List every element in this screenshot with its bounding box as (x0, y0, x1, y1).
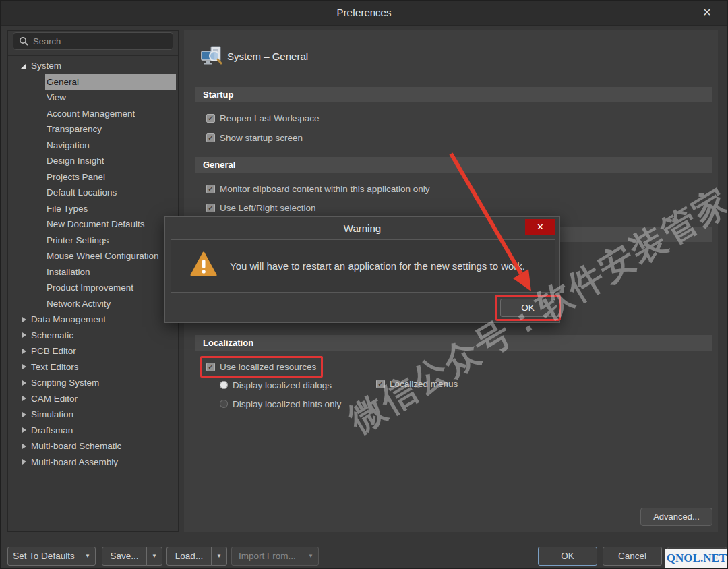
sidebar-item-account-management[interactable]: Account Management (45, 106, 178, 122)
sidebar-item-default-locations[interactable]: Default Locations (45, 185, 178, 201)
chevron-down-icon: ▼ (308, 553, 313, 559)
sidebar-item-text-editors[interactable]: Text Editors (8, 359, 178, 376)
sidebar-item-label: Data Management (31, 311, 106, 328)
sidebar-item-network-activity[interactable]: Network Activity (45, 296, 178, 312)
sidebar-item-label: Navigation (47, 138, 90, 154)
radio-unselected-icon[interactable] (220, 400, 228, 408)
set-to-defaults-dropdown[interactable]: ▼ (80, 547, 96, 566)
sidebar-item-file-types[interactable]: File Types (45, 201, 178, 217)
warning-close-button[interactable]: ✕ (525, 219, 555, 235)
warning-ok-button[interactable]: OK (500, 299, 555, 317)
checkbox-monitor-clipboard[interactable]: ✓ Monitor clipboard content within this … (206, 181, 429, 196)
save-button[interactable]: Save... (102, 547, 147, 566)
expand-icon[interactable] (20, 442, 28, 450)
preferences-window: Preferences ✕ SystemGeneralViewAccount M… (0, 0, 728, 569)
import-from-dropdown: ▼ (303, 547, 319, 566)
sidebar-item-label: File Types (47, 201, 88, 217)
radio-selected-icon[interactable] (220, 381, 228, 389)
expand-icon[interactable] (20, 411, 28, 419)
checkbox-reopen-last-workspace[interactable]: ✓ Reopen Last Workspace (206, 111, 320, 125)
expand-icon[interactable] (20, 458, 28, 466)
sidebar-item-multi-board-assembly[interactable]: Multi-board Assembly (8, 454, 178, 471)
sidebar-item-design-insight[interactable]: Design Insight (45, 153, 178, 169)
expand-icon[interactable] (20, 331, 28, 339)
sidebar-item-multi-board-schematic[interactable]: Multi-board Schematic (8, 438, 178, 454)
set-to-defaults-button[interactable]: Set To Defaults (7, 547, 80, 566)
sidebar-item-draftsman[interactable]: Draftsman (8, 423, 178, 439)
expand-icon[interactable] (20, 394, 28, 402)
checkbox-icon[interactable]: ✓ (376, 380, 385, 388)
load-button[interactable]: Load... (166, 547, 212, 566)
checkbox-label: Show startup screen (220, 133, 303, 143)
sidebar-item-new-document-defaults[interactable]: New Document Defaults (45, 216, 178, 233)
window-title: Preferences (1, 7, 727, 18)
expand-icon[interactable] (20, 426, 28, 434)
sidebar-item-general[interactable]: General (45, 74, 176, 90)
sidebar-item-installation[interactable]: Installation (45, 264, 178, 280)
annotation-highlight-localized-resources (200, 356, 323, 378)
sidebar-item-product-improvement[interactable]: Product Improvement (45, 280, 178, 296)
checkbox-icon[interactable]: ✓ (206, 185, 215, 193)
sidebar-item-label: System (31, 58, 61, 74)
warning-message-panel: You will have to restart an application … (171, 239, 555, 293)
expand-icon[interactable] (20, 363, 28, 371)
sidebar-item-label: Mouse Wheel Configuration (47, 248, 159, 264)
sidebar-item-simulation[interactable]: Simulation (8, 407, 178, 423)
expand-icon[interactable] (20, 347, 28, 355)
sidebar-item-label: Network Activity (47, 296, 111, 312)
checkbox-icon[interactable]: ✓ (206, 114, 215, 123)
checkbox-use-left-right-selection[interactable]: ✓ Use Left/Right selection (206, 200, 316, 215)
warning-dialog-title: Warning (165, 222, 559, 234)
sidebar-item-cam-editor[interactable]: CAM Editor (8, 391, 178, 407)
search-input[interactable] (33, 36, 154, 47)
sidebar-item-view[interactable]: View (45, 90, 178, 106)
sidebar-item-scripting-system[interactable]: Scripting System (8, 375, 178, 391)
sidebar-item-label: General (47, 74, 79, 90)
sidebar-item-schematic[interactable]: Schematic (8, 328, 178, 344)
checkbox-icon[interactable]: ✓ (206, 204, 215, 212)
expand-icon[interactable] (20, 379, 28, 387)
warning-message: You will have to restart an application … (230, 240, 525, 292)
sidebar-item-printer-settings[interactable]: Printer Settings (45, 233, 178, 249)
save-dropdown[interactable]: ▼ (146, 547, 162, 566)
ok-button[interactable]: OK (538, 547, 597, 566)
close-icon[interactable]: ✕ (699, 5, 715, 21)
sidebar-item-transparency[interactable]: Transparency (45, 121, 178, 138)
radio-display-localized-hints-only[interactable]: Display localized hints only (220, 396, 341, 411)
checkbox-show-startup-screen[interactable]: ✓ Show startup screen (206, 130, 303, 145)
checkbox-icon[interactable]: ✓ (206, 133, 215, 142)
sidebar-item-projects-panel[interactable]: Projects Panel (45, 169, 178, 185)
expand-icon[interactable] (20, 316, 28, 324)
preferences-tree: SystemGeneralViewAccount ManagementTrans… (8, 55, 178, 531)
system-general-icon (200, 45, 223, 68)
sidebar-item-label: Design Insight (47, 153, 104, 169)
titlebar: Preferences ✕ (1, 1, 727, 26)
sidebar-item-label: Product Improvement (47, 280, 133, 296)
checkbox-localized-menus[interactable]: ✓ Localized menus (376, 376, 458, 391)
sidebar-item-label: Printer Settings (47, 233, 109, 249)
sidebar-item-label: Multi-board Schematic (31, 438, 121, 454)
sidebar-item-label: Schematic (31, 328, 73, 344)
load-dropdown[interactable]: ▼ (211, 547, 227, 566)
warning-triangle-icon (190, 251, 217, 278)
search-box[interactable] (13, 32, 173, 50)
page-title: System – General (227, 51, 308, 62)
sidebar-item-system[interactable]: System (8, 58, 178, 74)
sidebar-item-label: CAM Editor (31, 391, 78, 407)
chevron-down-icon: ▼ (216, 553, 222, 559)
radio-label: Display localized dialogs (233, 380, 332, 390)
sidebar: SystemGeneralViewAccount ManagementTrans… (7, 30, 179, 532)
collapse-icon[interactable] (20, 62, 28, 70)
sidebar-item-label: Projects Panel (47, 169, 105, 185)
cancel-button[interactable]: Cancel (603, 547, 662, 566)
sidebar-item-label: Default Locations (47, 185, 117, 201)
sidebar-item-label: Scripting System (31, 375, 99, 391)
sidebar-item-mouse-wheel-configuration[interactable]: Mouse Wheel Configuration (45, 248, 178, 264)
sidebar-item-label: Installation (47, 264, 90, 280)
radio-display-localized-dialogs[interactable]: Display localized dialogs (220, 378, 332, 392)
advanced-button[interactable]: Advanced... (640, 508, 712, 526)
sidebar-item-data-management[interactable]: Data Management (8, 311, 178, 328)
sidebar-item-label: View (47, 90, 66, 106)
sidebar-item-pcb-editor[interactable]: PCB Editor (8, 343, 178, 359)
sidebar-item-navigation[interactable]: Navigation (45, 138, 178, 154)
